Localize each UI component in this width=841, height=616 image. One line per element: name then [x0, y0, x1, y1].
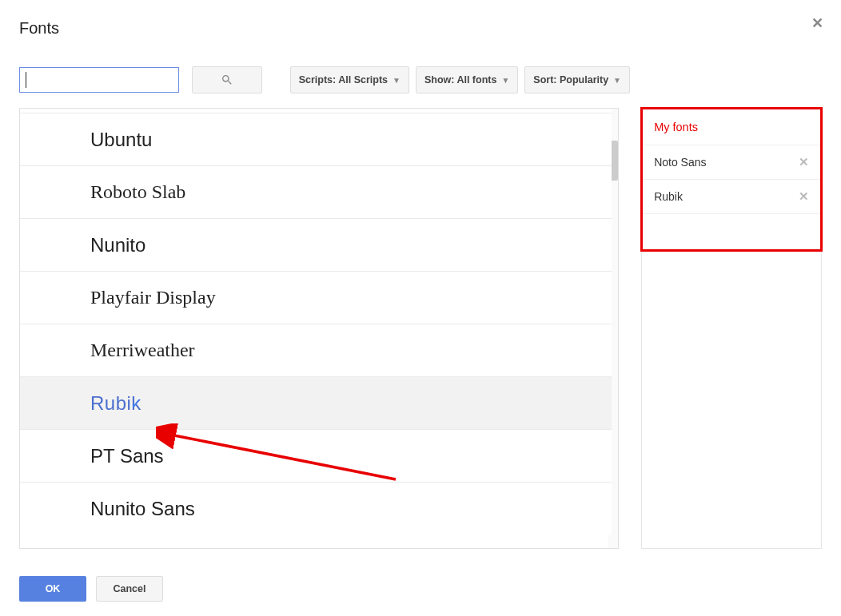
font-row-nunito-sans[interactable]: ✓ Nunito Sans — [20, 483, 612, 535]
remove-icon[interactable]: ✕ — [799, 155, 809, 169]
search-button[interactable] — [192, 66, 262, 93]
scripts-filter[interactable]: Scripts: All Scripts ▼ — [290, 66, 409, 93]
font-row-playfair[interactable]: ✓ Playfair Display — [20, 272, 612, 324]
my-fonts-panel: My fonts Noto Sans ✕ Rubik ✕ — [641, 108, 822, 549]
main-area: ✓ Noto Sans ✓ Ubuntu ✓ Roboto Slab — [19, 108, 822, 549]
font-list[interactable]: ✓ Noto Sans ✓ Ubuntu ✓ Roboto Slab — [19, 108, 619, 549]
my-fonts-header: My fonts — [643, 109, 820, 145]
controls-row: Scripts: All Scripts ▼ Show: All fonts ▼… — [19, 66, 630, 93]
font-name-label: PT Sans — [90, 445, 164, 467]
font-row-pt-sans[interactable]: ✓ PT Sans — [20, 430, 612, 483]
cancel-button[interactable]: Cancel — [96, 576, 163, 602]
ok-button[interactable]: OK — [19, 576, 86, 602]
my-font-label: Noto Sans — [654, 156, 706, 169]
chevron-down-icon: ▼ — [501, 76, 509, 85]
font-name-label: Merriweather — [90, 340, 195, 361]
remove-icon[interactable]: ✕ — [799, 189, 809, 204]
show-filter[interactable]: Show: All fonts ▼ — [416, 66, 518, 93]
filters-group: Scripts: All Scripts ▼ Show: All fonts ▼… — [290, 66, 630, 93]
font-name-label: Roboto Slab — [90, 181, 185, 203]
font-row-rubik[interactable]: ✓ Rubik — [20, 377, 612, 430]
close-icon[interactable]: ✕ — [811, 14, 823, 32]
scripts-filter-label: Scripts: All Scripts — [299, 74, 388, 85]
sort-filter[interactable]: Sort: Popularity ▼ — [524, 66, 630, 93]
font-row-noto-sans[interactable]: ✓ Noto Sans — [20, 108, 612, 113]
chevron-down-icon: ▼ — [393, 76, 401, 85]
dialog-title: Fonts — [19, 19, 822, 38]
my-font-item-rubik[interactable]: Rubik ✕ — [643, 180, 820, 214]
my-font-label: Rubik — [654, 190, 683, 203]
chevron-down-icon: ▼ — [613, 76, 621, 85]
text-cursor — [26, 72, 26, 88]
font-row-merriweather[interactable]: ✓ Merriweather — [20, 324, 612, 377]
font-row-roboto-slab[interactable]: ✓ Roboto Slab — [20, 166, 612, 219]
check-icon: ✓ — [130, 395, 142, 412]
search-icon — [221, 74, 233, 86]
font-name-label: Nunito — [90, 234, 145, 256]
fonts-dialog: Fonts ✕ Scripts: All Scripts ▼ Show: All… — [0, 0, 841, 616]
font-row-nunito[interactable]: ✓ Nunito — [20, 219, 612, 272]
sort-filter-label: Sort: Popularity — [533, 74, 608, 85]
font-row-ubuntu[interactable]: ✓ Ubuntu — [20, 113, 612, 166]
search-input[interactable] — [19, 67, 179, 93]
show-filter-label: Show: All fonts — [424, 74, 497, 85]
my-fonts-highlight-box: My fonts Noto Sans ✕ Rubik ✕ — [640, 107, 823, 252]
my-font-item-noto-sans[interactable]: Noto Sans ✕ — [643, 145, 820, 180]
font-name-label: Playfair Display — [90, 287, 216, 308]
font-name-label: Ubuntu — [90, 129, 152, 151]
dialog-footer: OK Cancel — [19, 576, 163, 602]
font-name-label: Nunito Sans — [90, 498, 195, 520]
